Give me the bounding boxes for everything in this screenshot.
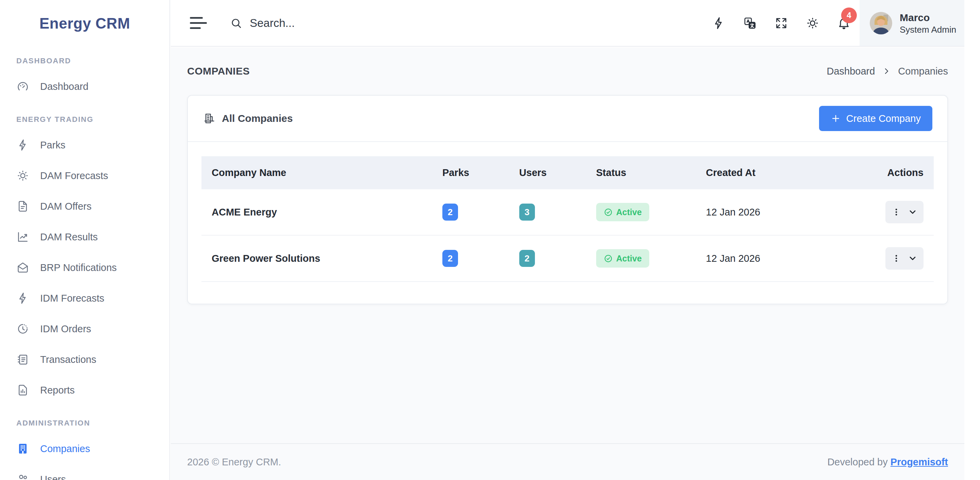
col-company-name: Company Name bbox=[202, 156, 432, 189]
user-avatar bbox=[870, 12, 892, 34]
file-chart-icon bbox=[16, 384, 29, 397]
app-logo[interactable]: Energy CRM bbox=[0, 0, 169, 47]
sidebar-item-label: BRP Notifications bbox=[40, 262, 117, 273]
breadcrumb-current: Companies bbox=[898, 66, 948, 77]
topbar: 4 Marco System Admin bbox=[171, 0, 964, 47]
footer: 2026 © Energy CRM. Developed by Progemis… bbox=[171, 443, 964, 480]
status-label: Active bbox=[616, 207, 642, 217]
sidebar-item-label: IDM Orders bbox=[40, 324, 91, 335]
users-count-badge: 2 bbox=[519, 250, 535, 267]
sidebar-section-administration: ADMINISTRATION bbox=[16, 418, 156, 429]
sidebar-item-label: DAM Forecasts bbox=[40, 170, 108, 182]
breadcrumb-dashboard-link[interactable]: Dashboard bbox=[827, 66, 875, 77]
col-created-at: Created At bbox=[696, 156, 839, 189]
search-box bbox=[230, 17, 393, 30]
sidebar-item-brp-notifications[interactable]: BRP Notifications bbox=[14, 252, 156, 283]
dots-vertical-icon bbox=[891, 254, 901, 263]
table-body: ACME Energy 2 3 Active bbox=[202, 189, 934, 282]
table-row: Green Power Solutions 2 2 Active bbox=[202, 236, 934, 282]
list-icon bbox=[16, 353, 29, 366]
page-header: COMPANIES Dashboard Companies bbox=[171, 47, 964, 95]
col-parks: Parks bbox=[432, 156, 509, 189]
check-circle-icon bbox=[604, 208, 613, 217]
sidebar-item-label: Transactions bbox=[40, 354, 96, 365]
col-status: Status bbox=[586, 156, 696, 189]
chevron-down-icon bbox=[908, 254, 917, 263]
sidebar-item-dam-results[interactable]: DAM Results bbox=[14, 222, 156, 252]
users-cell: 2 bbox=[509, 238, 586, 279]
clock-icon bbox=[16, 322, 29, 335]
lightning-icon bbox=[16, 292, 29, 305]
sidebar-item-users[interactable]: Users bbox=[14, 464, 156, 480]
users-count-badge: 3 bbox=[519, 204, 535, 221]
fullscreen-button[interactable] bbox=[765, 0, 797, 46]
theme-toggle-button[interactable] bbox=[797, 0, 828, 46]
parks-cell: 2 bbox=[432, 238, 509, 279]
developed-by: Developed by Progemisoft bbox=[827, 456, 948, 468]
lightning-icon bbox=[712, 16, 725, 30]
col-users: Users bbox=[509, 156, 586, 189]
line-chart-icon bbox=[16, 230, 29, 243]
sidebar-item-label: IDM Forecasts bbox=[40, 293, 105, 304]
page-title: COMPANIES bbox=[187, 65, 250, 77]
buildings-icon bbox=[203, 112, 215, 124]
app-root: Energy CRM DASHBOARD Dashboard ENERGY TR… bbox=[0, 0, 980, 480]
sidebar-item-transactions[interactable]: Transactions bbox=[14, 344, 156, 375]
notification-count-badge: 4 bbox=[841, 8, 857, 23]
file-text-icon bbox=[16, 200, 29, 213]
lightning-icon bbox=[16, 139, 29, 151]
user-role: System Admin bbox=[900, 24, 956, 35]
parks-count-badge: 2 bbox=[442, 204, 458, 221]
users-cell: 3 bbox=[509, 192, 586, 232]
companies-table: Company Name Parks Users Status Created … bbox=[202, 156, 934, 282]
copyright-text: 2026 © Energy CRM. bbox=[187, 456, 281, 468]
sidebar-item-label: Companies bbox=[40, 443, 90, 454]
expand-icon bbox=[775, 16, 788, 30]
status-badge: Active bbox=[596, 249, 649, 268]
row-actions-button[interactable] bbox=[885, 201, 924, 223]
check-circle-icon bbox=[604, 254, 613, 263]
row-actions-button[interactable] bbox=[885, 247, 924, 270]
dots-vertical-icon bbox=[891, 207, 901, 217]
company-name: Green Power Solutions bbox=[202, 241, 432, 276]
chevron-down-icon bbox=[908, 207, 917, 217]
sidebar-item-reports[interactable]: Reports bbox=[14, 375, 156, 405]
sidebar-item-dashboard[interactable]: Dashboard bbox=[14, 71, 156, 102]
shortcuts-button[interactable] bbox=[703, 0, 734, 46]
sidebar-item-idm-forecasts[interactable]: IDM Forecasts bbox=[14, 283, 156, 314]
col-actions: Actions bbox=[838, 156, 934, 189]
sidebar-item-label: Users bbox=[40, 474, 66, 480]
sidebar-item-idm-orders[interactable]: IDM Orders bbox=[14, 314, 156, 344]
sidebar-section-dashboard: DASHBOARD bbox=[16, 56, 156, 66]
developer-link[interactable]: Progemisoft bbox=[891, 456, 948, 467]
sidebar-item-dam-offers[interactable]: DAM Offers bbox=[14, 191, 156, 222]
sidebar-section-energy-trading: ENERGY TRADING bbox=[16, 114, 156, 125]
search-icon bbox=[230, 17, 242, 29]
table-header-row: Company Name Parks Users Status Created … bbox=[202, 156, 934, 189]
company-name: ACME Energy bbox=[202, 195, 432, 230]
user-name: Marco bbox=[900, 11, 956, 24]
actions-cell bbox=[838, 236, 934, 281]
sidebar: Energy CRM DASHBOARD Dashboard ENERGY TR… bbox=[0, 0, 170, 480]
language-button[interactable] bbox=[734, 0, 765, 46]
building-icon bbox=[16, 442, 29, 455]
status-cell: Active bbox=[586, 191, 696, 233]
sidebar-item-label: DAM Offers bbox=[40, 201, 92, 212]
create-company-label: Create Company bbox=[846, 113, 921, 124]
search-input[interactable] bbox=[250, 17, 393, 30]
main-content: COMPANIES Dashboard Companies All Compan… bbox=[171, 47, 964, 443]
notifications-button[interactable]: 4 bbox=[828, 0, 859, 46]
sidebar-item-companies[interactable]: Companies bbox=[14, 433, 156, 464]
sidebar-item-parks[interactable]: Parks bbox=[14, 130, 156, 160]
sidebar-item-dam-forecasts[interactable]: DAM Forecasts bbox=[14, 160, 156, 191]
hamburger-menu-button[interactable] bbox=[190, 17, 208, 29]
breadcrumb: Dashboard Companies bbox=[827, 66, 948, 77]
user-menu[interactable]: Marco System Admin bbox=[859, 0, 964, 46]
status-badge: Active bbox=[596, 203, 649, 221]
card-title: All Companies bbox=[222, 113, 293, 124]
table-row: ACME Energy 2 3 Active bbox=[202, 189, 934, 236]
status-label: Active bbox=[616, 254, 642, 263]
parks-count-badge: 2 bbox=[442, 250, 458, 267]
create-company-button[interactable]: Create Company bbox=[819, 106, 932, 131]
status-cell: Active bbox=[586, 238, 696, 279]
